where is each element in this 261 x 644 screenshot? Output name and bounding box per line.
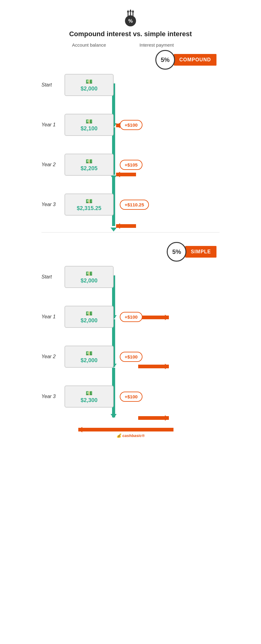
compound-year3-amount: $2,315.25 <box>77 205 101 212</box>
svg-marker-3 <box>127 10 129 12</box>
compound-year2-amount: $2,205 <box>80 165 97 172</box>
svg-marker-7 <box>132 10 134 12</box>
svg-rect-18 <box>116 224 136 228</box>
simple-year3-interest-pill: +$100 <box>120 392 142 402</box>
compound-year2-interest-pill: +$105 <box>120 160 142 170</box>
simple-rate-circle: 5% <box>167 242 186 262</box>
brand-name: 💰 cashbasic® <box>116 433 145 438</box>
simple-start-amount: $2,000 <box>80 278 97 284</box>
compound-type-label: COMPOUND <box>174 54 216 66</box>
simple-start-balance-box: 💵 $2,000 <box>64 266 114 288</box>
money-icon-y2: 💵 <box>86 158 92 165</box>
compound-rate-circle: 5% <box>155 50 175 70</box>
money-icon-simple-y3: 💵 <box>86 390 92 397</box>
simple-year3-label: Year 3 <box>41 394 64 399</box>
page-title: Compound interest vs. simple interest <box>69 30 192 38</box>
money-icon-y3: 💵 <box>86 198 92 205</box>
compound-start-amount: $2,000 <box>80 86 97 92</box>
compound-year1-interest-pill: +$100 <box>120 120 142 130</box>
svg-text:%: % <box>128 18 133 24</box>
compound-year2-balance-box: 💵 $2,205 <box>64 154 114 176</box>
simple-year3-row: Year 3 💵 $2,300 +$100 <box>41 384 220 409</box>
money-icon-simple-y2: 💵 <box>86 350 92 357</box>
simple-year1-amount: $2,000 <box>80 317 97 324</box>
simple-year2-balance-box: 💵 $2,000 <box>64 346 114 368</box>
header-icon-container: % <box>121 9 140 28</box>
svg-marker-5 <box>129 9 132 12</box>
simple-year2-amount: $2,000 <box>80 357 97 364</box>
svg-marker-17 <box>111 228 117 232</box>
money-icon-y1: 💵 <box>86 118 92 125</box>
svg-rect-32 <box>78 428 173 431</box>
section-divider <box>41 232 220 233</box>
compound-start-balance-box: 💵 $2,000 <box>64 74 114 96</box>
compound-year1-amount: $2,100 <box>80 125 97 132</box>
simple-type-label: SIMPLE <box>185 246 216 258</box>
money-icon-start: 💵 <box>86 78 92 85</box>
simple-year1-row: Year 1 💵 $2,000 +$100 <box>41 305 220 329</box>
simple-year2-label: Year 2 <box>41 354 64 359</box>
simple-start-row: Start 💵 $2,000 <box>41 265 220 289</box>
simple-start-year: Start <box>41 274 64 280</box>
simple-year2-interest-pill: +$100 <box>120 352 142 362</box>
simple-year3-amount: $2,300 <box>80 397 97 404</box>
compound-year3-interest-pill: +$110.25 <box>120 200 149 210</box>
simple-year3-balance-box: 💵 $2,300 <box>64 385 114 408</box>
simple-year1-label: Year 1 <box>41 314 64 320</box>
compound-year1-balance-box: 💵 $2,100 <box>64 114 114 136</box>
svg-marker-33 <box>78 427 82 432</box>
compound-year2-row: Year 2 💵 $2,205 +$105 <box>41 152 220 177</box>
col-header-interest: Interest payment <box>129 42 184 48</box>
percent-arrows-icon: % <box>121 9 140 28</box>
col-header-balance: Account balance <box>64 42 114 48</box>
compound-year1-row: Year 1 💵 $2,100 +$100 <box>41 113 220 137</box>
compound-year3-label: Year 3 <box>41 202 64 207</box>
money-icon-simple-y1: 💵 <box>86 310 92 317</box>
footer-brand: 💰 cashbasic® <box>116 433 145 438</box>
compound-year1-label: Year 1 <box>41 122 64 128</box>
compound-year3-row: Year 3 💵 $2,315.25 +$110.25 <box>41 192 220 217</box>
compound-year2-label: Year 2 <box>41 162 64 167</box>
compound-start-row: Start 💵 $2,000 <box>41 73 220 97</box>
simple-year1-interest-pill: +$100 <box>120 312 142 322</box>
money-icon-simple-start: 💵 <box>86 270 92 277</box>
simple-year2-row: Year 2 💵 $2,000 +$100 <box>41 344 220 369</box>
svg-marker-19 <box>116 223 120 229</box>
compound-year3-balance-box: 💵 $2,315.25 <box>64 194 114 216</box>
simple-year1-balance-box: 💵 $2,000 <box>64 306 114 328</box>
compound-start-year: Start <box>41 82 64 88</box>
